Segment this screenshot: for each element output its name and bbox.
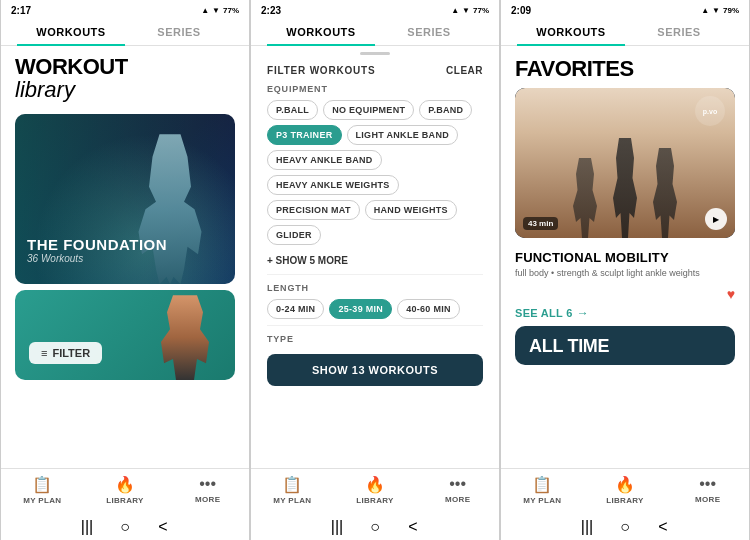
signal-icon-3: ▲ bbox=[701, 6, 709, 15]
bottom-nav-1: 📋 MY PLAN 🔥 LIBRARY ••• MORE bbox=[1, 468, 249, 513]
tab-bar-1: WORKOUTS SERIES bbox=[1, 18, 249, 46]
chip-0-24[interactable]: 0-24 MIN bbox=[267, 299, 324, 319]
bottom-nav-3: 📋 MY PLAN 🔥 LIBRARY ••• MORE bbox=[501, 468, 749, 513]
sys-back-3[interactable]: < bbox=[654, 518, 672, 536]
filter-clear-button[interactable]: CLEAR bbox=[446, 65, 483, 76]
chip-heavy-ankle-band[interactable]: HEAVY ANKLE BAND bbox=[267, 150, 382, 170]
status-bar-1: 2:17 ▲ ▼ 77% bbox=[1, 0, 249, 18]
chip-pband[interactable]: P.BAND bbox=[419, 100, 472, 120]
chip-light-ankle[interactable]: LIGHT ANKLE BAND bbox=[347, 125, 458, 145]
tab-bar-2: WORKOUTS SERIES bbox=[251, 18, 499, 46]
more-icon-3: ••• bbox=[699, 475, 716, 493]
tab-series-3[interactable]: SERIES bbox=[625, 18, 733, 46]
more-label-3: MORE bbox=[695, 495, 720, 504]
library-icon-2: 🔥 bbox=[365, 475, 385, 494]
equipment-label: EQUIPMENT bbox=[251, 84, 499, 100]
see-all-arrow-icon: → bbox=[577, 306, 589, 320]
phone2-content: FILTER WORKOUTS CLEAR EQUIPMENT P.BALL N… bbox=[251, 46, 499, 468]
chip-heavy-weights[interactable]: HEAVY ANKLE WEIGHTS bbox=[267, 175, 399, 195]
sys-home-2[interactable]: ○ bbox=[366, 518, 384, 536]
sys-back-2[interactable]: < bbox=[404, 518, 422, 536]
equipment-chips: P.BALL NO EQUIPMENT P.BAND P3 TRAINER LI… bbox=[251, 100, 499, 251]
my-plan-label-2: MY PLAN bbox=[273, 496, 311, 505]
phones-container: 2:17 ▲ ▼ 77% WORKOUTS SERIES WORKOUT lib… bbox=[0, 0, 750, 540]
nav-my-plan-2[interactable]: 📋 MY PLAN bbox=[251, 475, 334, 505]
chip-pball[interactable]: P.BALL bbox=[267, 100, 318, 120]
battery-3: 79% bbox=[723, 6, 739, 15]
filter-button[interactable]: ≡ FILTER bbox=[29, 342, 102, 364]
tab-series-1[interactable]: SERIES bbox=[125, 18, 233, 46]
sys-menu-1[interactable]: ||| bbox=[78, 518, 96, 536]
show-workouts-button[interactable]: SHOW 13 WORKOUTS bbox=[267, 354, 483, 386]
hero-subtitle: 36 Workouts bbox=[27, 253, 167, 264]
sys-home-1[interactable]: ○ bbox=[116, 518, 134, 536]
nav-my-plan-1[interactable]: 📋 MY PLAN bbox=[1, 475, 84, 505]
person-figure-2 bbox=[610, 138, 640, 238]
tab-workouts-2[interactable]: WORKOUTS bbox=[267, 18, 375, 46]
status-icons-3: ▲ ▼ 79% bbox=[701, 6, 739, 15]
my-plan-label-1: MY PLAN bbox=[23, 496, 61, 505]
chip-25-39[interactable]: 25-39 MIN bbox=[329, 299, 392, 319]
nav-more-1[interactable]: ••• MORE bbox=[166, 475, 249, 505]
nav-library-1[interactable]: 🔥 LIBRARY bbox=[84, 475, 167, 505]
bottom-nav-2: 📋 MY PLAN 🔥 LIBRARY ••• MORE bbox=[251, 468, 499, 513]
filter-person-figure bbox=[155, 295, 215, 380]
filter-sheet-title: FILTER WORKOUTS bbox=[267, 65, 375, 76]
workout-thumbnail[interactable]: p.vo 43 min ▶ bbox=[515, 88, 735, 238]
battery-2: 77% bbox=[473, 6, 489, 15]
hero-text: THE FOUNDATION 36 Workouts bbox=[27, 236, 167, 264]
workout-name: FUNCTIONAL MOBILITY bbox=[515, 250, 735, 265]
filter-sheet: FILTER WORKOUTS CLEAR EQUIPMENT P.BALL N… bbox=[251, 46, 499, 468]
chip-precision-mat[interactable]: PRECISION MAT bbox=[267, 200, 360, 220]
nav-library-3[interactable]: 🔥 LIBRARY bbox=[584, 475, 667, 505]
nav-more-2[interactable]: ••• MORE bbox=[416, 475, 499, 505]
thumb-content: p.vo 43 min ▶ bbox=[515, 88, 735, 238]
library-icon-1: 🔥 bbox=[115, 475, 135, 494]
person-figure-3 bbox=[650, 148, 680, 238]
time-1: 2:17 bbox=[11, 5, 31, 16]
more-icon-2: ••• bbox=[449, 475, 466, 493]
chip-hand-weights[interactable]: HAND WEIGHTS bbox=[365, 200, 457, 220]
workout-desc: full body • strength & sculpt light ankl… bbox=[515, 267, 735, 280]
workout-header: WORKOUT library bbox=[1, 46, 249, 108]
hero-card[interactable]: THE FOUNDATION 36 Workouts bbox=[15, 114, 235, 284]
phone-3: 2:09 ▲ ▼ 79% WORKOUTS SERIES FAVORITES bbox=[500, 0, 750, 540]
system-bar-2: ||| ○ < bbox=[251, 513, 499, 540]
workout-title-bold: WORKOUT bbox=[15, 56, 235, 78]
heart-favorite-icon[interactable]: ♥ bbox=[501, 284, 749, 302]
sys-menu-3[interactable]: ||| bbox=[578, 518, 596, 536]
chip-40-60[interactable]: 40-60 MIN bbox=[397, 299, 460, 319]
filter-label: FILTER bbox=[52, 347, 90, 359]
more-label-1: MORE bbox=[195, 495, 220, 504]
show-more-button[interactable]: + SHOW 5 MORE bbox=[251, 251, 499, 274]
nav-more-3[interactable]: ••• MORE bbox=[666, 475, 749, 505]
nav-my-plan-3[interactable]: 📋 MY PLAN bbox=[501, 475, 584, 505]
filter-header: FILTER WORKOUTS CLEAR bbox=[251, 55, 499, 84]
phone-1: 2:17 ▲ ▼ 77% WORKOUTS SERIES WORKOUT lib… bbox=[0, 0, 250, 540]
see-all-label: SEE ALL 6 bbox=[515, 307, 573, 319]
status-icons-2: ▲ ▼ 77% bbox=[451, 6, 489, 15]
chip-no-equipment[interactable]: NO EQUIPMENT bbox=[323, 100, 414, 120]
chip-p3-trainer[interactable]: P3 TRAINER bbox=[267, 125, 342, 145]
play-button[interactable]: ▶ bbox=[705, 208, 727, 230]
tab-workouts-3[interactable]: WORKOUTS bbox=[517, 18, 625, 46]
wifi-icon-1: ▼ bbox=[212, 6, 220, 15]
chip-glider[interactable]: GLIDER bbox=[267, 225, 321, 245]
all-time-banner[interactable]: ALL TIME bbox=[515, 326, 735, 365]
type-label: TYPE bbox=[251, 334, 499, 350]
library-label-3: LIBRARY bbox=[606, 496, 643, 505]
filter-card[interactable]: ≡ FILTER bbox=[15, 290, 235, 380]
tab-workouts-1[interactable]: WORKOUTS bbox=[17, 18, 125, 46]
system-bar-3: ||| ○ < bbox=[501, 513, 749, 540]
favorites-header: FAVORITES bbox=[501, 46, 749, 88]
sys-back-1[interactable]: < bbox=[154, 518, 172, 536]
divider-2 bbox=[267, 325, 483, 326]
nav-library-2[interactable]: 🔥 LIBRARY bbox=[334, 475, 417, 505]
sys-menu-2[interactable]: ||| bbox=[328, 518, 346, 536]
see-all-row[interactable]: SEE ALL 6 → bbox=[501, 302, 749, 326]
signal-icon-1: ▲ bbox=[201, 6, 209, 15]
status-bar-2: 2:23 ▲ ▼ 77% bbox=[251, 0, 499, 18]
tab-series-2[interactable]: SERIES bbox=[375, 18, 483, 46]
sys-home-3[interactable]: ○ bbox=[616, 518, 634, 536]
status-icons-1: ▲ ▼ 77% bbox=[201, 6, 239, 15]
